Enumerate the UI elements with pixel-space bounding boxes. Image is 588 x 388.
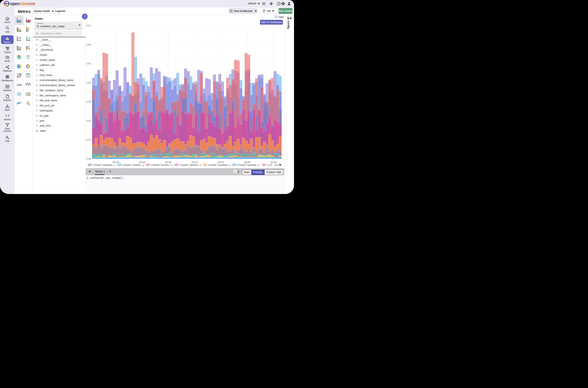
- svg-text:{"cluster":"workload-...}: {"cluster":"workload-...}: [237, 164, 260, 166]
- svg-text:T: T: [37, 69, 38, 71]
- svg-text:T: T: [36, 84, 37, 87]
- svg-text:20:28: 20:28: [270, 161, 276, 164]
- svg-text:1/3: 1/3: [274, 164, 278, 166]
- svg-text:T: T: [37, 44, 38, 46]
- svg-text:T: T: [36, 114, 37, 117]
- svg-text:0.03: 0.03: [86, 100, 91, 103]
- svg-text:?: ?: [278, 2, 279, 5]
- svg-text:0.04: 0.04: [86, 81, 91, 84]
- svg-text:T: T: [36, 94, 37, 97]
- svg-text:{"cluster":"central-c...}: {"cluster":"central-c...}: [151, 164, 172, 166]
- svg-text:0.05: 0.05: [86, 62, 91, 65]
- svg-text:T: T: [37, 110, 38, 112]
- svg-text:M: M: [27, 93, 28, 95]
- svg-text:{"cluster":"workload-...}: {"cluster":"workload-...}: [93, 164, 115, 166]
- svg-text:T: T: [37, 115, 38, 117]
- svg-text:0.02: 0.02: [86, 120, 91, 122]
- svg-text:{"cluster":"central-c...}: {"cluster":"central-c...}: [180, 164, 201, 166]
- svg-text:T: T: [36, 64, 37, 66]
- svg-text:T: T: [36, 89, 37, 92]
- svg-text:T: T: [37, 59, 38, 61]
- svg-text:T: T: [37, 54, 38, 56]
- svg-text:20:18: 20:18: [139, 161, 145, 164]
- svg-text:0.01: 0.01: [86, 138, 91, 141]
- svg-text:T: T: [36, 125, 37, 127]
- svg-text:T: T: [37, 120, 38, 122]
- svg-text:now: now: [279, 16, 284, 18]
- svg-text:{"cluster":"central-c...}: {"cluster":"central-c...}: [123, 164, 144, 166]
- svg-text:T: T: [36, 74, 37, 76]
- svg-text:{"cluster":"workload-...}: {"cluster":"workload-...}: [208, 164, 230, 166]
- svg-text:T: T: [36, 44, 37, 46]
- svg-text:T: T: [37, 64, 38, 66]
- svg-text:20:24: 20:24: [218, 161, 224, 164]
- svg-text:T: T: [37, 100, 38, 102]
- svg-text:{"c: {"c: [268, 164, 270, 166]
- svg-text:123: 123: [17, 83, 21, 86]
- svg-text:T: T: [36, 120, 37, 122]
- svg-text:T: T: [37, 80, 38, 81]
- svg-text:T: T: [36, 69, 37, 71]
- svg-text:0.06: 0.06: [86, 43, 91, 46]
- svg-text:T: T: [36, 54, 37, 56]
- svg-text:</>: </>: [18, 93, 20, 94]
- svg-text:20:26: 20:26: [244, 161, 250, 164]
- svg-text:0.00: 0.00: [86, 158, 91, 160]
- svg-text:T: T: [37, 105, 38, 107]
- svg-text:T: T: [36, 79, 37, 81]
- svg-text:T: T: [37, 85, 38, 87]
- svg-text:20:20: 20:20: [165, 161, 172, 164]
- svg-text:T: T: [37, 90, 38, 92]
- svg-text:T: T: [36, 59, 37, 61]
- svg-text:T: T: [36, 109, 37, 112]
- svg-text:T: T: [36, 104, 37, 107]
- svg-text:T: T: [37, 74, 38, 76]
- svg-text:0.07: 0.07: [86, 24, 91, 27]
- svg-text:20:22: 20:22: [192, 161, 198, 164]
- svg-text:T: T: [36, 99, 37, 102]
- svg-text:20:16: 20:16: [113, 161, 119, 164]
- svg-text:T: T: [37, 95, 38, 97]
- svg-text:T: T: [37, 125, 38, 127]
